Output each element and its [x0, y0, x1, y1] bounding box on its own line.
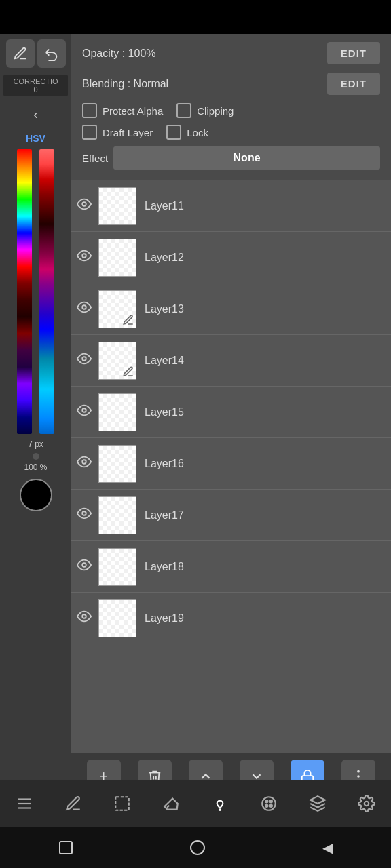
blending-row: Blending : Normal EDIT: [82, 73, 380, 95]
svg-point-11: [358, 775, 360, 778]
svg-marker-23: [310, 796, 325, 804]
layer-row[interactable]: Layer15: [71, 387, 391, 438]
nav-selection-button[interactable]: [105, 787, 139, 821]
layer-row[interactable]: Layer12: [71, 232, 391, 283]
protect-alpha-label: Protect Alpha: [103, 105, 163, 117]
brush-size-label: 7 px: [28, 439, 43, 449]
correction-label: CORRECTIO0: [3, 75, 68, 96]
android-recents-button[interactable]: [59, 841, 73, 854]
clipping-label: Clipping: [197, 105, 234, 117]
brush-opacity-label: 100 %: [24, 462, 47, 472]
color-picker[interactable]: [20, 479, 52, 511]
bottom-nav: [0, 780, 391, 827]
back-arrow-button[interactable]: ‹: [24, 102, 48, 126]
layer-row[interactable]: Layer18: [71, 541, 391, 593]
layer-thumbnail: [98, 393, 136, 431]
svg-point-22: [270, 805, 272, 807]
opacity-row: Opacity : 100% EDIT: [82, 42, 380, 64]
nav-edit-button[interactable]: [56, 787, 90, 821]
draft-layer-item: Draft Layer: [82, 125, 153, 140]
layer-row[interactable]: Layer16: [71, 438, 391, 490]
lock-checkbox[interactable]: [166, 125, 181, 140]
svg-point-18: [262, 797, 276, 810]
svg-point-0: [82, 202, 86, 206]
layer-visibility-toggle[interactable]: [77, 248, 92, 267]
protect-alpha-checkbox[interactable]: [82, 103, 97, 118]
opacity-edit-button[interactable]: EDIT: [327, 42, 380, 64]
color-sliders[interactable]: [17, 149, 54, 434]
layer-visibility-toggle[interactable]: [77, 557, 92, 576]
svg-point-8: [82, 614, 86, 618]
main-panel: Opacity : 100% EDIT Blending : Normal ED…: [71, 34, 391, 800]
clipping-item: Clipping: [176, 103, 234, 118]
layer-name: Layer11: [145, 200, 386, 212]
layer-visibility-toggle[interactable]: [77, 197, 92, 215]
layer-row[interactable]: Layer17: [71, 490, 391, 541]
layer-name: Layer13: [145, 303, 386, 315]
layer-visibility-toggle[interactable]: [77, 609, 92, 627]
blending-edit-button[interactable]: EDIT: [327, 73, 380, 95]
layer-row[interactable]: Layer19: [71, 593, 391, 644]
android-back-button[interactable]: ◀: [322, 840, 333, 856]
layer-name: Layer18: [145, 561, 386, 573]
svg-rect-16: [115, 797, 129, 810]
layer-row[interactable]: Layer11: [71, 180, 391, 232]
layer-visibility-toggle[interactable]: [77, 300, 92, 318]
clipping-checkbox[interactable]: [176, 103, 191, 118]
svg-point-4: [82, 408, 86, 412]
left-sidebar: CORRECTIO0 ‹ HSV 7 px 100 %: [0, 34, 71, 800]
nav-brush-button[interactable]: [203, 787, 237, 821]
layer-thumbnail: [98, 445, 136, 483]
brush-size-indicator: [33, 453, 39, 460]
svg-point-24: [365, 802, 369, 806]
layer-name: Layer12: [145, 252, 386, 264]
lock-item: Lock: [166, 125, 208, 140]
nav-eraser-button[interactable]: [154, 787, 188, 821]
layer-row[interactable]: Layer13: [71, 283, 391, 335]
svg-point-20: [270, 800, 272, 802]
nav-menu-button[interactable]: [7, 787, 41, 821]
nav-palette-button[interactable]: [252, 787, 286, 821]
blending-label: Blending : Normal: [82, 78, 168, 90]
svg-point-3: [82, 357, 86, 361]
layer-visibility-toggle[interactable]: [77, 403, 92, 421]
svg-point-10: [358, 770, 360, 773]
protect-alpha-item: Protect Alpha: [82, 103, 163, 118]
layer-visibility-toggle[interactable]: [77, 506, 92, 524]
undo-tool-button[interactable]: [37, 39, 66, 68]
layer-visibility-toggle[interactable]: [77, 351, 92, 370]
layer-thumbnail: [98, 496, 136, 534]
svg-point-6: [82, 511, 86, 515]
effect-value[interactable]: None: [113, 146, 380, 170]
checkboxes-row-1: Protect Alpha Clipping: [82, 103, 380, 118]
layer-thumbnail: [98, 290, 136, 328]
effect-label: Effect: [82, 153, 108, 164]
layer-visibility-toggle[interactable]: [77, 454, 92, 473]
layer-thumbnail: [98, 548, 136, 586]
svg-point-19: [265, 800, 267, 802]
draft-layer-checkbox[interactable]: [82, 125, 97, 140]
layer-name: Layer16: [145, 458, 386, 470]
layer-controls: Opacity : 100% EDIT Blending : Normal ED…: [71, 34, 391, 180]
nav-layers-button[interactable]: [301, 787, 335, 821]
opacity-label: Opacity : 100%: [82, 47, 156, 60]
svg-point-2: [82, 305, 86, 309]
saturation-slider[interactable]: [39, 149, 54, 434]
hsv-label[interactable]: HSV: [26, 133, 45, 144]
layer-thumbnail: [98, 187, 136, 225]
hue-slider[interactable]: [17, 149, 32, 434]
pencil-tool-button[interactable]: [6, 39, 35, 68]
checkboxes-row-2: Draft Layer Lock: [82, 125, 380, 140]
draft-layer-label: Draft Layer: [103, 127, 153, 138]
layer-name: Layer14: [145, 355, 386, 367]
nav-settings-button[interactable]: [350, 787, 384, 821]
layer-thumbnail: [98, 239, 136, 277]
layer-thumbnail: [98, 599, 136, 637]
android-home-button[interactable]: [190, 840, 205, 855]
top-bar: [0, 0, 391, 34]
effect-row: Effect None: [82, 146, 380, 170]
svg-point-1: [82, 254, 86, 258]
layer-thumbnail: [98, 342, 136, 380]
layer-row[interactable]: Layer14: [71, 335, 391, 387]
svg-point-7: [82, 563, 86, 567]
